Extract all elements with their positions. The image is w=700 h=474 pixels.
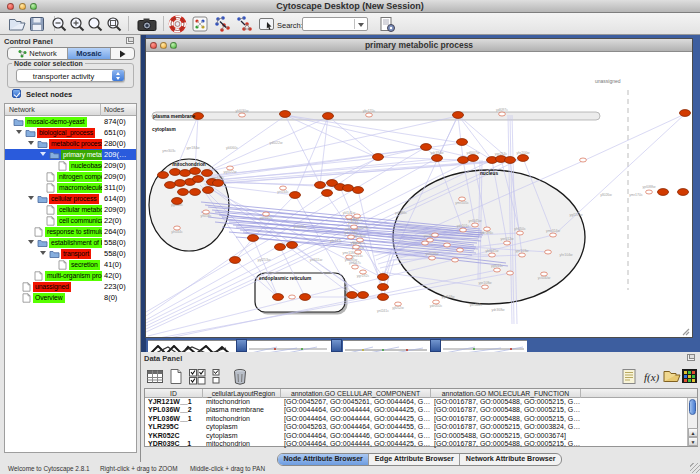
graph-node[interactable] <box>432 155 443 162</box>
float-panel-icon[interactable] <box>126 37 134 44</box>
graph-node-outline[interactable] <box>239 113 246 117</box>
expand-arrow-icon[interactable] <box>40 251 46 255</box>
graph-node-outline[interactable] <box>352 265 359 269</box>
graph-node-outline[interactable] <box>545 250 552 254</box>
graph-node-outline[interactable] <box>360 270 367 274</box>
graph-node[interactable] <box>373 154 384 161</box>
tab-network[interactable]: Network <box>8 48 68 59</box>
graph-node-outline[interactable] <box>346 215 353 219</box>
background-window-2-edge[interactable] <box>236 339 247 352</box>
create-network-button[interactable] <box>235 15 254 33</box>
graph-node-outline[interactable] <box>174 226 181 230</box>
expand-arrow-icon[interactable] <box>28 196 34 200</box>
background-window-4-edge[interactable] <box>430 339 441 352</box>
graph-node-outline[interactable] <box>357 238 364 242</box>
attribute-select-button[interactable] <box>146 366 165 386</box>
graph-node-outline[interactable] <box>484 227 491 231</box>
graph-node[interactable] <box>280 111 291 118</box>
tree-row[interactable]: response to stimulus264(0) <box>5 226 136 237</box>
scroll-down-button[interactable]: ▼ <box>688 437 698 446</box>
graph-node[interactable] <box>300 294 311 301</box>
graph-node-outline[interactable] <box>504 241 511 245</box>
graph-node[interactable] <box>658 189 669 196</box>
search-dropdown-arrow-icon[interactable] <box>354 19 366 29</box>
graph-node-outline[interactable] <box>482 285 489 289</box>
delete-attribute-button[interactable] <box>232 366 248 386</box>
tree-row[interactable]: establishment of local558(0) <box>5 237 136 248</box>
tree-row[interactable]: primary metabolic proc209(… <box>5 149 136 160</box>
unselect-attributes-button[interactable] <box>210 366 224 386</box>
graph-node-outline[interactable] <box>280 186 287 190</box>
graph-node[interactable] <box>322 190 333 197</box>
tab-mosaic[interactable]: Mosaic <box>68 48 111 59</box>
graph-node[interactable] <box>347 292 358 299</box>
expand-arrow-icon[interactable] <box>40 152 46 156</box>
select-attributes-button[interactable] <box>188 366 207 386</box>
graph-node[interactable] <box>165 182 176 189</box>
graph-node[interactable] <box>358 292 369 299</box>
table-row[interactable]: YPL036W__2plasma membrane[GO:0044464, GO… <box>145 406 697 415</box>
node-color-dropdown[interactable]: transporter activity <box>16 69 125 82</box>
graph-node[interactable] <box>353 187 364 194</box>
tab-overflow-button[interactable] <box>111 48 134 59</box>
help-button[interactable] <box>168 15 187 33</box>
graph-node[interactable] <box>248 235 259 242</box>
graph-node[interactable] <box>458 157 469 164</box>
graph-node-outline[interactable] <box>517 231 524 235</box>
graph-node[interactable] <box>180 170 191 177</box>
tree-row[interactable]: unassigned223(0) <box>5 281 136 292</box>
graph-node[interactable] <box>190 168 201 175</box>
attribute-editor-icon[interactable] <box>379 15 396 33</box>
tree-row[interactable]: nucleobase-containing209(0) <box>5 160 136 171</box>
graph-node-outline[interactable] <box>348 235 355 239</box>
graph-node-outline[interactable] <box>427 238 434 242</box>
graph-node-outline[interactable] <box>227 166 234 170</box>
graph-node-outline[interactable] <box>203 210 210 214</box>
graph-node-outline[interactable] <box>452 258 459 262</box>
graph-node-outline[interactable] <box>429 256 436 260</box>
graph-node[interactable] <box>453 112 464 119</box>
matrix-view-button[interactable] <box>681 366 698 386</box>
graph-node[interactable] <box>518 155 529 162</box>
table-row[interactable]: YJR121W__1mitochondrion[GO:0045267, GO:0… <box>145 398 697 407</box>
background-window-3-edge[interactable] <box>331 339 342 352</box>
graph-node[interactable] <box>287 242 298 249</box>
graph-node[interactable] <box>378 274 389 281</box>
tree-row[interactable]: metabolic process280(0) <box>5 138 136 149</box>
graph-node-outline[interactable] <box>263 212 270 216</box>
graph-node-outline[interactable] <box>444 243 451 247</box>
graph-node-outline[interactable] <box>507 271 514 275</box>
background-window-2[interactable] <box>247 340 331 352</box>
graph-node[interactable] <box>158 172 169 179</box>
graph-node[interactable] <box>315 182 326 189</box>
graph-node-outline[interactable] <box>432 233 439 237</box>
open-session-button[interactable] <box>7 15 27 33</box>
graph-node-outline[interactable] <box>457 248 464 252</box>
graph-node[interactable] <box>457 139 468 146</box>
graph-node-outline[interactable] <box>354 214 361 218</box>
network-overview-icon[interactable] <box>192 15 208 33</box>
graph-node-outline[interactable] <box>366 113 373 117</box>
graph-node-outline[interactable] <box>550 233 557 237</box>
graph-node[interactable] <box>678 189 689 196</box>
table-row[interactable]: YLR295Ccytoplasm[GO:0045263, GO:0044464,… <box>145 423 697 432</box>
graph-node-outline[interactable] <box>499 112 506 116</box>
graph-node-outline[interactable] <box>472 223 479 227</box>
tree-row[interactable]: cell communication22(0) <box>5 215 136 226</box>
graph-node[interactable] <box>343 185 354 192</box>
graph-node-outline[interactable] <box>489 253 496 257</box>
function-builder-button[interactable]: f(x) <box>642 366 660 386</box>
graph-node[interactable] <box>213 180 224 187</box>
graph-node-outline[interactable] <box>580 158 587 162</box>
graph-node-outline[interactable] <box>646 190 653 194</box>
new-attribute-button[interactable] <box>168 366 184 386</box>
network-canvas[interactable]: ygl022wyir034cydl171cymr105cybr196cygr24… <box>146 52 692 337</box>
graph-node-outline[interactable] <box>355 250 362 254</box>
graph-node-outline[interactable] <box>351 225 358 229</box>
tree-row[interactable]: nitrogen compound me209(0) <box>5 171 136 182</box>
tree-row[interactable]: cellular metabolic proc209(0) <box>5 204 136 215</box>
zoom-fit-button[interactable] <box>87 15 104 33</box>
tree-row[interactable]: Overview8(0) <box>5 292 136 303</box>
import-attributes-button[interactable] <box>662 366 682 386</box>
graph-node-outline[interactable] <box>459 197 466 201</box>
